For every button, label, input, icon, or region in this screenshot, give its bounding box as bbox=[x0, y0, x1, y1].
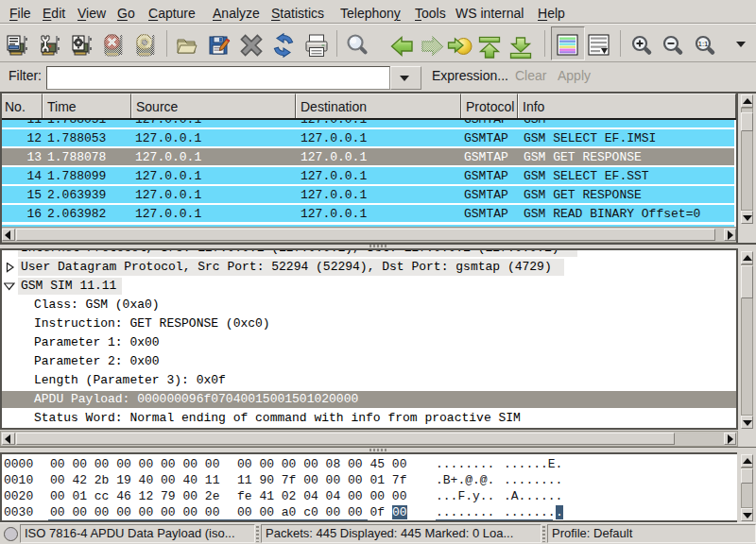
svg-text:1:1: 1:1 bbox=[697, 40, 709, 48]
